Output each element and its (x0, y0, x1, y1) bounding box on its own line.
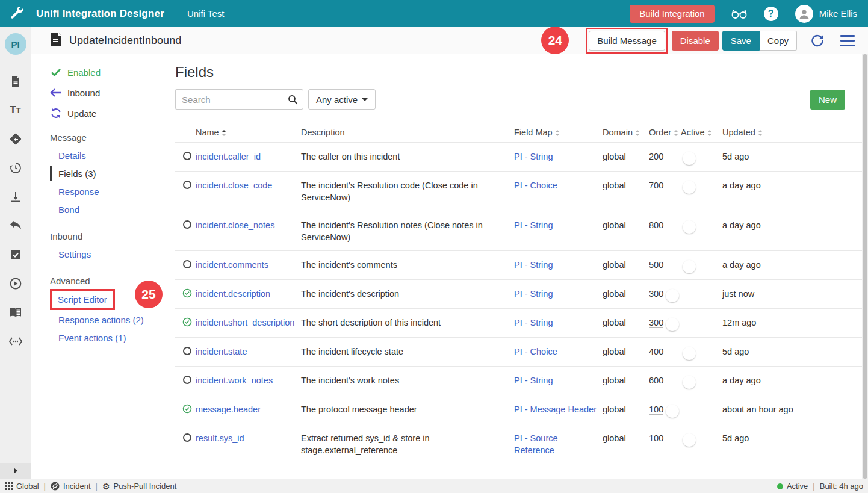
build-message-button[interactable]: Build Message (589, 31, 665, 51)
column-header-updated[interactable]: Updated (722, 128, 795, 137)
field-name-link[interactable]: incident.short_description (196, 318, 294, 327)
tasks-check-icon[interactable] (8, 247, 23, 262)
field-name-link[interactable]: incident.close_code (196, 181, 272, 190)
nav-item-fields[interactable]: Fields (3) (31, 166, 173, 181)
scrollbar-thumb[interactable] (863, 54, 867, 479)
refresh-icon[interactable] (810, 33, 825, 48)
sort-carets-icon (222, 130, 226, 136)
play-circle-icon[interactable] (8, 276, 23, 291)
hamburger-menu-icon[interactable] (840, 33, 855, 48)
field-description: The incident's Resolution notes (Close n… (301, 219, 514, 243)
field-name-link[interactable]: incident.comments (196, 260, 268, 270)
annotation-box-build-message: Build Message (586, 28, 668, 54)
download-icon[interactable] (8, 190, 23, 204)
document-icon[interactable] (8, 74, 23, 88)
field-order[interactable]: 100 (649, 405, 663, 415)
field-order[interactable]: 300 (649, 318, 663, 328)
field-name-link[interactable]: incident.close_notes (196, 220, 274, 230)
field-order: 800 (649, 220, 663, 230)
nav-item-enabled[interactable]: Enabled (31, 65, 173, 79)
navigation-diamond-icon[interactable] (8, 132, 23, 146)
nav-item-response[interactable]: Response (31, 184, 173, 199)
code-icon[interactable] (8, 334, 23, 349)
field-map-link[interactable]: PI - String (514, 152, 553, 161)
field-map-link[interactable]: PI - String (514, 318, 553, 327)
nav-item-inbound[interactable]: Inbound (31, 85, 173, 100)
table-row: result.sys_idExtract returned sys_id & s… (175, 424, 862, 464)
field-domain: global (603, 317, 649, 329)
field-map-link[interactable]: PI - Choice (514, 181, 557, 190)
nav-section-inbound: Inbound (31, 229, 173, 243)
nav-item-settings[interactable]: Settings (31, 247, 173, 261)
field-order[interactable]: 300 (649, 289, 663, 299)
field-description: The incident's work notes (301, 374, 514, 386)
field-name-link[interactable]: result.sys_id (196, 433, 244, 443)
field-inactive-circle-icon (175, 374, 196, 388)
field-map-link[interactable]: PI - Choice (514, 347, 557, 356)
preview-glasses-icon[interactable] (730, 7, 748, 20)
apps-grid-icon[interactable] (5, 482, 13, 490)
column-header-field-map[interactable]: Field Map (514, 128, 603, 137)
field-updated: a day ago (722, 374, 795, 386)
integration-label[interactable]: Push-Pull Incident (113, 482, 176, 491)
search-input[interactable] (175, 89, 282, 110)
left-icon-rail: PI TT (0, 27, 31, 479)
field-order: 200 (649, 152, 663, 161)
nav-section-message: Message (31, 130, 173, 144)
save-button[interactable]: Save (722, 31, 760, 51)
disable-button[interactable]: Disable (672, 31, 719, 51)
integration-avatar[interactable]: PI (5, 33, 26, 55)
history-icon[interactable] (8, 161, 23, 175)
field-map-link[interactable]: PI - String (514, 289, 553, 299)
table-row: message.headerThe protocol message heade… (175, 395, 862, 424)
field-inactive-circle-icon (175, 259, 196, 272)
text-fields-icon[interactable]: TT (8, 103, 23, 117)
active-filter-dropdown[interactable]: Any active (308, 89, 376, 110)
user-name[interactable]: Mike Ellis (819, 8, 857, 19)
field-map-link[interactable]: PI - String (514, 376, 553, 385)
nav-item-bond[interactable]: Bond (31, 202, 173, 217)
nav-item-update[interactable]: Update (31, 106, 173, 120)
column-header-order[interactable]: Order (649, 128, 681, 137)
help-icon[interactable]: ? (764, 7, 778, 21)
field-name-link[interactable]: incident.work_notes (196, 376, 273, 385)
sidebar-expand-button[interactable] (0, 463, 31, 479)
new-field-button[interactable]: New (810, 90, 845, 110)
scope-label[interactable]: Global (16, 482, 39, 491)
field-description: The incident's Resolution code (Close co… (301, 179, 514, 203)
table-row: incident.close_notesThe incident's Resol… (175, 211, 862, 250)
process-icon (51, 482, 60, 491)
process-label[interactable]: Incident (63, 482, 91, 491)
column-header-active[interactable]: Active (681, 128, 722, 137)
nav-item-script-editor[interactable]: Script Editor (58, 293, 107, 306)
chevron-down-icon (362, 98, 368, 101)
nav-item-event-actions[interactable]: Event actions (1) (31, 330, 173, 345)
user-avatar[interactable] (795, 5, 813, 23)
vertical-scrollbar[interactable] (862, 54, 868, 479)
copy-button[interactable]: Copy (760, 31, 797, 51)
build-integration-button[interactable]: Build Integration (630, 5, 714, 23)
reply-icon[interactable] (8, 219, 23, 233)
field-map-link[interactable]: PI - Message Header (514, 405, 597, 414)
record-title: UpdateIncidentInbound (69, 34, 181, 47)
field-order: 600 (649, 376, 663, 385)
column-header-name[interactable]: Name (196, 128, 301, 137)
field-description: The caller on this incident (301, 150, 514, 163)
field-map-link[interactable]: PI - String (514, 260, 553, 270)
sort-carets-icon (674, 130, 678, 136)
field-name-link[interactable]: message.header (196, 405, 261, 414)
documentation-book-icon[interactable] (8, 305, 23, 320)
nav-item-response-actions[interactable]: Response actions (2) (31, 312, 173, 327)
nav-item-details[interactable]: Details (31, 148, 173, 163)
field-name-link[interactable]: incident.state (196, 347, 247, 356)
search-icon[interactable] (282, 89, 303, 110)
column-header-domain[interactable]: Domain (603, 128, 649, 137)
field-description: The protocol message header (301, 403, 514, 415)
table-row: incident.close_codeThe incident's Resolu… (175, 171, 862, 211)
field-name-link[interactable]: incident.caller_id (196, 152, 261, 161)
field-map-link[interactable]: PI - Source Reference (514, 433, 558, 455)
field-updated: just now (722, 288, 795, 300)
field-map-link[interactable]: PI - String (514, 220, 553, 230)
field-name-link[interactable]: incident.description (196, 289, 270, 299)
fields-table: NameDescriptionField MapDomainOrderActiv… (175, 123, 862, 464)
